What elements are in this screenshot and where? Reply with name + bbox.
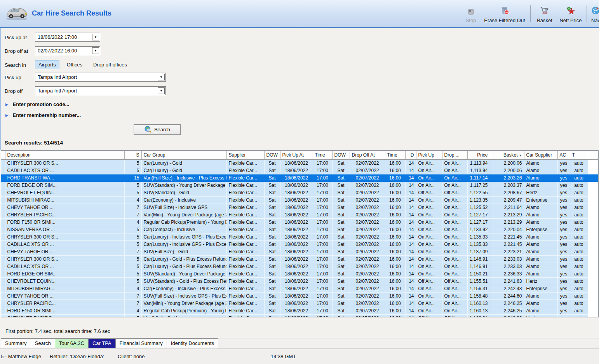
table-row[interactable]: CADILLAC XTS OR ...5Car(Luxury) - Inclus…	[1, 240, 599, 248]
cell-pickup-location[interactable]: On Air...	[416, 292, 442, 300]
cell-dow-pickup[interactable]: Sat	[264, 285, 280, 292]
cell-dropoff-location[interactable]: On Air...	[442, 233, 467, 240]
cell-dow-dropoff[interactable]: Sat	[332, 181, 350, 189]
cell-s[interactable]: 5	[124, 159, 141, 167]
table-row[interactable]: FORD EDGE OR SIM...5SUV(Standard) - Youn…	[1, 270, 599, 277]
tab-car-tpa[interactable]: Car TPA	[89, 338, 116, 348]
cell-car-group[interactable]: Car(Luxury) - Inclusive GPS - Plus Exces…	[141, 233, 226, 240]
cell-basket[interactable]: 2,200.06	[490, 167, 524, 174]
cell-dropoff-location[interactable]: On Air...	[442, 174, 467, 181]
cell-supplier[interactable]: Flexible Car...	[226, 307, 264, 314]
cell-description[interactable]: CADILLAC XTS OR ...	[5, 167, 124, 174]
cell-dropoff-time[interactable]: 16:00	[385, 189, 405, 196]
cell-days[interactable]: 14	[405, 248, 416, 255]
cell-dow-pickup[interactable]: Sat	[264, 226, 280, 233]
cell-pickup-time[interactable]: 17:00	[313, 263, 332, 270]
cell-dow-pickup[interactable]: Sat	[264, 233, 280, 240]
column-header-car-group[interactable]: Car Group	[141, 151, 226, 159]
table-row[interactable]: CADILLAC XTS OR ...5Car(Luxury) - Gold -…	[1, 263, 599, 270]
cell-dow-pickup[interactable]: Sat	[264, 314, 280, 317]
cell-car-group[interactable]: Regular Cab Pickup(Premium) - Young Driv…	[141, 218, 226, 226]
column-header-pickup-time[interactable]: Time	[313, 151, 332, 159]
cell-days[interactable]: 14	[405, 218, 416, 226]
cell-pickup-date[interactable]: 18/06/2022	[280, 300, 313, 307]
row-selector-gutter[interactable]	[1, 174, 5, 181]
row-selector-gutter[interactable]	[1, 233, 5, 240]
cell-supplier[interactable]: Flexible Car...	[226, 292, 264, 300]
cell-days[interactable]: 14	[405, 204, 416, 211]
cell-transmission[interactable]: auto	[570, 196, 588, 204]
cell-ac[interactable]: yes	[557, 248, 570, 255]
cell-s[interactable]: 7	[124, 248, 141, 255]
column-header-days[interactable]: D	[405, 151, 416, 159]
cell-dow-dropoff[interactable]: Sat	[332, 204, 350, 211]
column-header-dropoff-date[interactable]: Drop Off At	[350, 151, 385, 159]
cell-price[interactable]: 1,122.55	[467, 189, 490, 196]
cell-basket[interactable]: 2,246.25	[490, 300, 524, 307]
cell-pickup-date[interactable]: 18/06/2022	[280, 307, 313, 314]
cell-dropoff-time[interactable]: 16:00	[385, 307, 405, 314]
cell-days[interactable]: 14	[405, 255, 416, 263]
cell-dropoff-date[interactable]: 02/07/2022	[350, 233, 385, 240]
cell-description[interactable]: FORD TRANSIT WA...	[5, 174, 124, 181]
cell-car-group[interactable]: SUV(Standard) - Gold - Plus Excess Refun…	[141, 277, 226, 285]
cell-dropoff-date[interactable]: 02/07/2022	[350, 263, 385, 270]
cell-dow-pickup[interactable]: Sat	[264, 174, 280, 181]
cell-s[interactable]: 5	[124, 233, 141, 240]
cell-price[interactable]: 1,156.31	[467, 285, 490, 292]
cell-dow-pickup[interactable]: Sat	[264, 270, 280, 277]
cell-price[interactable]: 1,127.17	[467, 211, 490, 218]
cell-transmission[interactable]: auto	[570, 300, 588, 307]
cell-days[interactable]: 14	[405, 211, 416, 218]
cell-days[interactable]: 14	[405, 263, 416, 270]
cell-description[interactable]: FORD F150 OR SIMI...	[5, 218, 124, 226]
cell-price[interactable]: 1,160.13	[467, 307, 490, 314]
cell-car-supplier[interactable]: Alamo	[524, 240, 557, 248]
cell-car-group[interactable]: Car(Economy) - Inclusive	[141, 196, 226, 204]
table-row[interactable]: FORD EDGE OR SIM...5SUV(Standard) - Youn…	[1, 181, 599, 189]
cell-pickup-date[interactable]: 18/06/2022	[280, 204, 313, 211]
cell-ac[interactable]: yes	[557, 204, 570, 211]
cell-basket[interactable]: 2,200.06	[490, 159, 524, 167]
cell-car-group[interactable]: Car(Luxury) - Gold - Plus Excess Refund	[141, 263, 226, 270]
cell-car-supplier[interactable]: Hertz	[524, 277, 557, 285]
cell-pickup-time[interactable]: 17:00	[313, 174, 332, 181]
cell-dropoff-time[interactable]: 16:00	[385, 204, 405, 211]
cell-pickup-time[interactable]: 17:00	[313, 159, 332, 167]
table-row[interactable]: CHEVY TAHOE OR ...7SUV(Full Size) - Gold…	[1, 248, 599, 255]
cell-basket[interactable]: 2,211.64	[490, 204, 524, 211]
cell-s[interactable]: 5	[124, 270, 141, 277]
row-selector-gutter[interactable]	[1, 226, 5, 233]
cell-dropoff-location[interactable]: On Air...	[442, 211, 467, 218]
cell-pickup-location[interactable]: Off Air...	[416, 277, 442, 285]
cell-car-group[interactable]: Car(Luxury) - Gold	[141, 167, 226, 174]
cell-transmission[interactable]: auto	[570, 211, 588, 218]
column-header-ac[interactable]: AC	[557, 151, 570, 159]
cell-dow-dropoff[interactable]: Sat	[332, 255, 350, 263]
cell-transmission[interactable]: auto	[570, 285, 588, 292]
cell-pickup-date[interactable]: 18/06/2022	[280, 226, 313, 233]
table-row[interactable]: CHEVY TAHOE OR ...7SUV(Full Size) - Incl…	[1, 292, 599, 300]
cell-dropoff-date[interactable]: 02/07/2022	[350, 211, 385, 218]
cell-s[interactable]: 5	[124, 277, 141, 285]
cell-supplier[interactable]: Flexible Car...	[226, 218, 264, 226]
cell-basket[interactable]: 2,213.29	[490, 218, 524, 226]
cell-supplier[interactable]: Flexible Car...	[226, 233, 264, 240]
basket-button[interactable]: Basket	[535, 5, 555, 23]
cell-dropoff-location[interactable]: On Air...	[442, 307, 467, 314]
cell-car-supplier[interactable]: Alamo	[524, 307, 557, 314]
cell-dropoff-date[interactable]: 02/07/2022	[350, 181, 385, 189]
cell-price[interactable]: 1,113.94	[467, 167, 490, 174]
cell-transmission[interactable]: auto	[570, 314, 588, 317]
cell-basket[interactable]: 2,246.25	[490, 307, 524, 314]
cell-basket[interactable]: 2,223.21	[490, 248, 524, 255]
table-row[interactable]: CHRYSLER 300 OR S...5Car(Luxury) - Gold …	[1, 255, 599, 263]
cell-car-group[interactable]: Car(Economy) - Inclusive - Plus Excess R…	[141, 285, 226, 292]
cell-ac[interactable]: yes	[557, 218, 570, 226]
cell-description[interactable]: CHRYSLER PACIFIC...	[5, 211, 124, 218]
cell-dropoff-location[interactable]: On Air...	[442, 292, 467, 300]
cell-car-supplier[interactable]: Alamo	[524, 255, 557, 263]
pickup-at-datetime-select[interactable]: 18/06/2022 17:00 ▼	[35, 33, 100, 42]
cell-pickup-location[interactable]: On Air...	[416, 181, 442, 189]
cell-basket[interactable]: 2,208.67	[490, 189, 524, 196]
